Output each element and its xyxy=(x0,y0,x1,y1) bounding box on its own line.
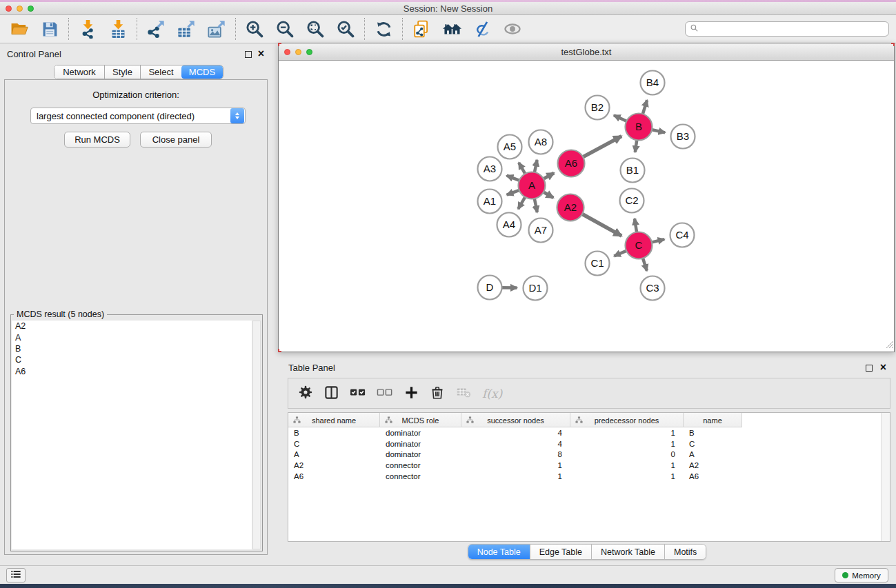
save-session-button[interactable] xyxy=(37,17,62,41)
show-graphics-details-button[interactable] xyxy=(500,17,525,41)
minimize-window-button[interactable] xyxy=(17,6,23,12)
tab-style[interactable]: Style xyxy=(104,65,140,79)
mcds-result-item[interactable]: A6 xyxy=(12,366,252,377)
resize-grip[interactable] xyxy=(884,338,893,351)
import-network-button[interactable] xyxy=(75,17,100,41)
node-A2[interactable]: A2 xyxy=(557,194,584,221)
deselect-all-button[interactable] xyxy=(377,382,393,405)
export-image-button[interactable] xyxy=(204,17,229,41)
network-from-file-button[interactable] xyxy=(409,17,434,41)
criterion-dropdown[interactable]: largest connected component (directed) xyxy=(30,108,246,124)
tab-select[interactable]: Select xyxy=(140,65,181,79)
function-builder-button: f(x) xyxy=(482,382,502,405)
table-row[interactable]: Cdominator41C xyxy=(288,438,881,449)
network-window-titlebar[interactable]: testGlobe.txt xyxy=(279,43,894,61)
node-A[interactable]: A xyxy=(519,172,546,199)
network-minimize-button[interactable] xyxy=(295,49,301,55)
tab-mcds[interactable]: MCDS xyxy=(181,65,223,79)
edge-A6-B[interactable] xyxy=(581,136,621,159)
node-A5[interactable]: A5 xyxy=(498,135,522,159)
table-row[interactable]: A2connector11A2 xyxy=(288,460,881,471)
table-row[interactable]: A6connector11A6 xyxy=(288,471,881,482)
tab-edge-table[interactable]: Edge Table xyxy=(530,545,591,559)
node-A3[interactable]: A3 xyxy=(478,157,502,181)
cell-name: B xyxy=(684,429,742,437)
import-table-icon xyxy=(109,20,128,39)
export-network-button[interactable] xyxy=(143,17,168,41)
node-C[interactable]: C xyxy=(626,232,653,259)
run-mcds-button[interactable]: Run MCDS xyxy=(64,132,130,148)
zoom-window-button[interactable] xyxy=(28,6,34,12)
mcds-result-scrollbar[interactable] xyxy=(252,321,261,549)
search-field[interactable] xyxy=(685,21,889,37)
node-C4[interactable]: C4 xyxy=(670,223,695,247)
node-A8[interactable]: A8 xyxy=(529,130,553,154)
toolbar-separator xyxy=(235,18,236,40)
network-close-button[interactable] xyxy=(284,49,290,55)
create-column-icon xyxy=(404,385,419,403)
zoom-in-button[interactable] xyxy=(242,17,267,41)
column-header-shared-name[interactable]: shared name xyxy=(288,413,380,427)
deselect-all-icon xyxy=(377,385,393,402)
import-table-button[interactable] xyxy=(106,17,130,41)
close-panel-button[interactable]: Close panel xyxy=(140,132,212,148)
delete-columns-button[interactable] xyxy=(430,382,445,405)
memory-button[interactable]: Memory xyxy=(835,568,888,582)
node-A6[interactable]: A6 xyxy=(558,150,585,177)
table-panel-float-icon[interactable] xyxy=(866,365,873,372)
table-body: Bdominator41BCdominator41CAdominator80AA… xyxy=(288,427,881,541)
tab-network-table[interactable]: Network Table xyxy=(591,545,664,559)
edge-A2-C[interactable] xyxy=(580,213,621,236)
zoom-in-icon xyxy=(245,19,264,39)
create-column-button[interactable] xyxy=(404,382,419,405)
task-history-button[interactable] xyxy=(6,568,26,582)
zoom-selected-button[interactable] xyxy=(333,17,358,41)
node-C3[interactable]: C3 xyxy=(641,276,665,301)
column-header-name[interactable]: name xyxy=(684,413,742,427)
node-B3[interactable]: B3 xyxy=(671,125,695,149)
table-options-button[interactable] xyxy=(298,382,313,405)
node-A4[interactable]: A4 xyxy=(497,213,521,237)
home-button[interactable] xyxy=(439,17,464,41)
export-network-icon xyxy=(146,19,166,39)
tab-motifs[interactable]: Motifs xyxy=(664,545,706,559)
tab-node-table[interactable]: Node Table xyxy=(468,545,530,559)
zoom-out-button[interactable] xyxy=(272,17,297,41)
table-panel-close-icon[interactable]: × xyxy=(880,363,886,372)
node-D1[interactable]: D1 xyxy=(524,276,548,301)
select-all-button[interactable] xyxy=(350,382,366,405)
search-input[interactable] xyxy=(701,24,884,34)
column-header-predecessor-nodes[interactable]: predecessor nodes xyxy=(570,413,684,427)
network-canvas[interactable]: B4B2BB3A8A5A6A3B1AC2A1A2A4A7C4CC1DD1C3 xyxy=(279,61,894,352)
mcds-result-list[interactable]: A2ABCA6 xyxy=(12,321,252,549)
column-display-button[interactable] xyxy=(323,382,339,405)
network-zoom-button[interactable] xyxy=(306,49,312,55)
node-C2[interactable]: C2 xyxy=(620,189,644,213)
refresh-layout-button[interactable] xyxy=(371,17,396,41)
table-row[interactable]: Adominator80A xyxy=(288,449,881,460)
table-scrollbar[interactable] xyxy=(881,413,890,541)
mcds-result-item[interactable]: C xyxy=(12,354,252,365)
mcds-result-item[interactable]: B xyxy=(12,343,252,354)
mcds-result-item[interactable]: A xyxy=(12,332,252,343)
export-table-button[interactable] xyxy=(174,17,199,41)
node-A7[interactable]: A7 xyxy=(529,219,553,243)
node-B1[interactable]: B1 xyxy=(621,159,645,183)
node-B[interactable]: B xyxy=(626,114,653,141)
table-row[interactable]: Bdominator41B xyxy=(288,427,881,438)
hide-graphics-details-button[interactable] xyxy=(470,17,495,41)
mcds-result-item[interactable]: A2 xyxy=(12,321,252,332)
node-D[interactable]: D xyxy=(478,276,502,300)
zoom-fit-button[interactable] xyxy=(303,17,328,41)
node-B2[interactable]: B2 xyxy=(586,96,610,120)
close-window-button[interactable] xyxy=(6,6,12,12)
node-A1[interactable]: A1 xyxy=(478,190,502,214)
column-header-mcds-role[interactable]: MCDS role xyxy=(380,413,461,427)
control-panel-close-icon[interactable]: × xyxy=(258,50,264,58)
open-session-button[interactable] xyxy=(7,17,32,41)
column-header-successor-nodes[interactable]: successor nodes xyxy=(461,413,570,427)
node-C1[interactable]: C1 xyxy=(586,252,610,276)
control-panel-float-icon[interactable] xyxy=(245,51,252,58)
node-B4[interactable]: B4 xyxy=(641,71,665,95)
tab-network[interactable]: Network xyxy=(54,65,104,79)
